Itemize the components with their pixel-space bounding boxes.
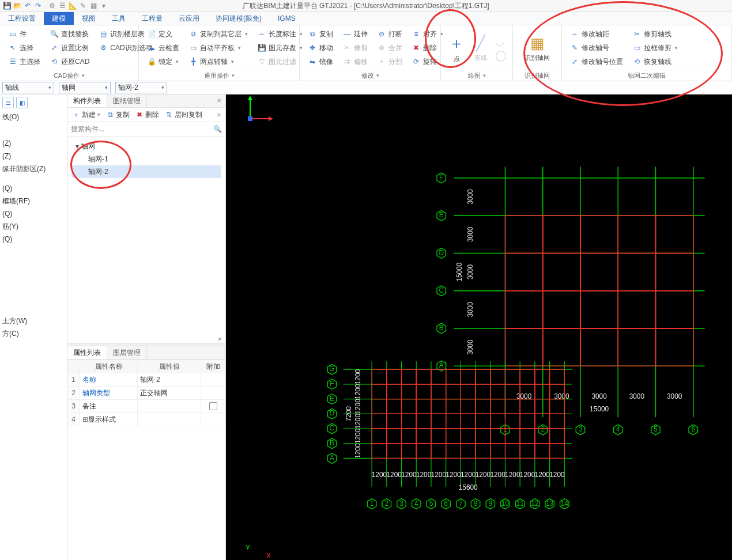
btn-copy-to-floor[interactable]: ⧉复制到其它层▾ xyxy=(186,28,250,40)
combo-instance[interactable]: 轴网-2▾ xyxy=(115,82,167,93)
btn-find-replace[interactable]: 🔍查找替换 xyxy=(47,28,92,40)
svg-text:1200: 1200 xyxy=(520,471,535,479)
drawing-canvas[interactable]: 123456ABCDEF3000300030003000300015000300… xyxy=(226,94,732,560)
svg-rect-199 xyxy=(416,369,431,384)
btn-batch-select[interactable]: ☰主选择 xyxy=(6,55,43,68)
btn-break[interactable]: ⊘打断 xyxy=(375,28,405,40)
btn-select-piece[interactable]: ▭件 xyxy=(6,28,43,40)
tab-igms[interactable]: IGMS xyxy=(270,12,304,25)
btn-more[interactable]: » xyxy=(214,109,223,120)
btn-trim-axis[interactable]: ✂修剪轴线 xyxy=(630,28,680,40)
btn-two-point-aux-axis[interactable]: ╋两点辅轴▾ xyxy=(186,55,250,68)
tree-child-1[interactable]: 轴网-1 xyxy=(72,153,221,165)
more-icon[interactable]: ▾ xyxy=(99,1,108,10)
btn-line[interactable]: ╱ 直线 xyxy=(469,35,493,62)
left-nav-item[interactable]: 缘非阴影区(Z) xyxy=(2,162,65,175)
grid-icon[interactable]: ▦ xyxy=(89,1,98,10)
view-mode-tree-icon[interactable]: ◧ xyxy=(16,97,28,108)
tab-cloud[interactable]: 云应用 xyxy=(171,12,207,25)
btn-align[interactable]: ≡对齐▾ xyxy=(409,28,446,40)
btn-mod-axis-no[interactable]: ✎修改轴号 xyxy=(568,41,625,54)
tab-project-settings[interactable]: 工程设置 xyxy=(0,12,44,25)
btn-split[interactable]: ÷分割 xyxy=(375,55,405,68)
btn-delete[interactable]: ✖删除 xyxy=(409,41,446,54)
svg-text:5: 5 xyxy=(429,500,433,508)
left-nav-item[interactable]: (Z) xyxy=(2,150,65,162)
tree-root[interactable]: ▾轴网 xyxy=(72,140,221,153)
btn-lock[interactable]: 🔒锁定▾ xyxy=(145,55,182,68)
btn-cloud-check[interactable]: ☁云检查 xyxy=(145,41,182,54)
combo-type[interactable]: 轴网▾ xyxy=(59,82,111,93)
left-nav-item[interactable]: 方(C) xyxy=(2,327,65,340)
btn-recog-axis[interactable]: ▦ 识别轴网 xyxy=(525,35,550,62)
btn-ele-filter[interactable]: ▽图元过滤 xyxy=(255,55,305,68)
btn-point[interactable]: ＋ 点 xyxy=(444,33,469,63)
close-icon[interactable]: ✕ xyxy=(216,335,223,342)
btn-trim[interactable]: ✂修剪 xyxy=(340,41,370,54)
search-icon[interactable]: 🔍 xyxy=(213,125,222,133)
btn-merge[interactable]: ⊕合并 xyxy=(375,41,405,54)
svg-rect-159 xyxy=(402,414,417,429)
btn-move[interactable]: ✥移动 xyxy=(305,41,335,54)
left-nav-item[interactable]: (Z) xyxy=(2,137,65,150)
tab-tools[interactable]: 工具 xyxy=(104,12,134,25)
btn-rotate[interactable]: ⟳旋转 xyxy=(409,55,446,68)
prop-row[interactable]: 3备注 xyxy=(67,400,225,413)
btn-select[interactable]: ↖选择 xyxy=(6,41,43,54)
left-nav-item[interactable]: 筋(Y) xyxy=(2,220,65,233)
grid-drawing: 123456ABCDEF3000300030003000300015000300… xyxy=(226,94,732,560)
left-nav-item[interactable]: (Q) xyxy=(2,207,65,220)
tab-collab[interactable]: 协同建模(限免) xyxy=(207,12,270,25)
btn-auto-align-slab[interactable]: ▭自动平齐板▾ xyxy=(186,41,250,54)
close-icon[interactable]: ✕ xyxy=(215,96,223,104)
svg-text:B: B xyxy=(330,439,334,447)
btn-restore-axis[interactable]: ⟲恢复轴线 xyxy=(630,55,680,68)
left-nav-item[interactable]: (Q) xyxy=(2,182,65,195)
tab-modeling[interactable]: 建模 xyxy=(44,12,74,25)
horizontal-splitter[interactable]: ✕ xyxy=(67,343,225,346)
tab-component-list[interactable]: 构件列表 xyxy=(67,94,107,107)
view-mode-list-icon[interactable]: ☰ xyxy=(2,97,14,108)
save-icon[interactable]: 💾 xyxy=(2,1,12,10)
btn-offset[interactable]: ⇉偏移 xyxy=(340,55,370,68)
redo-icon[interactable]: ↷ xyxy=(33,1,43,10)
prop-row[interactable]: 2轴网类型正交轴网 xyxy=(67,387,225,400)
left-nav-item[interactable]: 土方(W) xyxy=(2,315,65,327)
undo-icon[interactable]: ↶ xyxy=(23,1,32,10)
tab-quantity[interactable]: 工程量 xyxy=(134,12,171,25)
btn-new[interactable]: ＋新建▾ xyxy=(70,109,103,120)
tab-drawing-manage[interactable]: 图纸管理 xyxy=(107,94,147,107)
btn-box-trim[interactable]: ▭拉框修剪▾ xyxy=(630,41,680,54)
btn-set-scale[interactable]: ⤢设置比例 xyxy=(47,41,92,54)
settings-icon[interactable]: ⚙ xyxy=(47,1,56,10)
ruler-icon[interactable]: 📐 xyxy=(68,1,77,10)
tree-child-2[interactable]: 轴网-2 xyxy=(72,165,221,178)
prop-row[interactable]: 1名称轴网-2 xyxy=(67,373,225,387)
btn-save-ele[interactable]: 💾图元存盘▾ xyxy=(255,41,305,54)
tab-layer-manage[interactable]: 图层管理 xyxy=(107,346,147,359)
btn-length-dim[interactable]: ↔长度标注▾ xyxy=(255,28,305,40)
left-nav-item[interactable]: 框墙(RF) xyxy=(2,195,65,207)
btn-copy[interactable]: ⧉复制 xyxy=(104,109,132,120)
open-icon[interactable]: 📂 xyxy=(13,1,22,10)
svg-rect-173 xyxy=(416,399,431,414)
btn-mod-axis-dist[interactable]: ↔修改轴距 xyxy=(568,28,625,40)
left-nav-item[interactable]: 线(O) xyxy=(2,111,65,123)
prop-row[interactable]: 4⊞ 显示样式 xyxy=(67,413,225,426)
btn-restore-cad[interactable]: ⟲还原CAD xyxy=(47,55,92,68)
script-icon[interactable]: ✎ xyxy=(78,1,88,10)
svg-rect-201 xyxy=(446,369,461,384)
combo-category[interactable]: 轴线▾ xyxy=(2,82,54,93)
btn-extend[interactable]: ―延伸 xyxy=(340,28,370,40)
layers-icon[interactable]: ☰ xyxy=(58,1,67,10)
tab-prop-list[interactable]: 属性列表 xyxy=(67,346,107,359)
btn-delete[interactable]: ✖删除 xyxy=(133,109,161,120)
btn-mirror[interactable]: ⇋镜像 xyxy=(305,55,335,68)
btn-layer-copy[interactable]: ⇅层间复制 xyxy=(163,109,205,120)
search-row[interactable]: 搜索构件... 🔍 xyxy=(67,122,225,137)
btn-mod-axis-no-pos[interactable]: ⤢修改轴号位置 xyxy=(568,55,625,68)
tab-view[interactable]: 视图 xyxy=(74,12,104,25)
btn-copy[interactable]: ⧉复制 xyxy=(305,28,335,40)
left-nav-item[interactable]: (Q) xyxy=(2,233,65,245)
btn-define[interactable]: 📄定义 xyxy=(145,28,182,40)
